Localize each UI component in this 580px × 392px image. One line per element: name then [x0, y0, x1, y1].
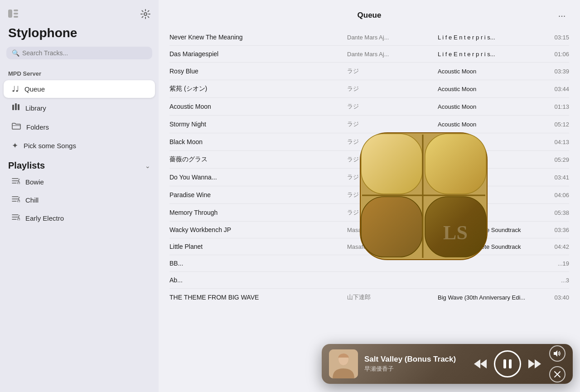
playlist-label-chill: Chill: [25, 196, 39, 204]
track-duration: 04:13: [537, 139, 569, 145]
track-artist: Dante Mars Aj...: [347, 51, 438, 58]
track-name: 紫苑 (シオン): [169, 85, 347, 93]
track-album: Big Wave (30th Anniversary Edi...: [438, 294, 537, 301]
sidebar: Stylophone 🔍 MPD Server ♩♩ Queue Library…: [0, 0, 159, 392]
table-row[interactable]: Ab... ...3: [162, 272, 576, 288]
now-playing-title: Salt Valley (Bonus Track): [364, 355, 464, 364]
svg-point-11: [18, 182, 20, 184]
track-album: L i f e E n t e r p r i s...: [438, 51, 537, 58]
table-row[interactable]: Do You Wanna... ラジ Acoustic Moon 03:41: [162, 169, 576, 186]
mpd-server-label: MPD Server: [0, 70, 159, 80]
table-row[interactable]: THE THEME FROM BIG WAVE 山下達郎 Big Wave (3…: [162, 289, 576, 306]
track-name: Paradise Wine: [169, 191, 347, 198]
svg-rect-42: [509, 359, 512, 368]
table-row[interactable]: Acoustic Moon ラジ Acoustic Moon 01:13: [162, 98, 576, 115]
sidebar-item-folders[interactable]: Folders: [4, 118, 155, 136]
playlists-header: Playlists ⌄: [0, 155, 159, 173]
table-row[interactable]: Paradise Wine ラジ Acoustic Moon 04:06: [162, 186, 576, 203]
volume-button[interactable]: [549, 345, 566, 362]
table-row[interactable]: Memory Through ラジ Acoustic Moon 05:38: [162, 204, 576, 221]
svg-marker-43: [528, 359, 535, 368]
track-album: Acoustic Moon: [438, 156, 537, 163]
sidebar-item-pick[interactable]: ✦ Pick some Songs: [4, 137, 155, 155]
track-name: Acoustic Moon: [169, 103, 347, 110]
queue-icon: ♩♩: [12, 84, 19, 94]
svg-marker-45: [554, 350, 557, 357]
svg-line-19: [19, 197, 20, 198]
track-name: Ab...: [169, 276, 347, 284]
track-album: Acoustic Moon: [438, 121, 537, 128]
playlist-item-early-electro[interactable]: Early Electro: [4, 209, 155, 227]
sidebar-item-library[interactable]: Library: [4, 99, 155, 117]
previous-button[interactable]: [473, 358, 488, 369]
svg-rect-41: [503, 359, 506, 368]
track-name: 薔薇のグラス: [169, 155, 347, 164]
track-artist: Dante Mars Aj...: [347, 34, 438, 41]
track-artist: Masafumi Ogata: [347, 243, 438, 250]
table-row[interactable]: Stormy Night ラジ Acoustic Moon 05:12: [162, 116, 576, 133]
table-row[interactable]: BB... ...19: [162, 255, 576, 271]
sidebar-toggle-button[interactable]: [8, 9, 18, 20]
playlist-icon-early-electro: [12, 214, 20, 222]
sidebar-top-icons: [0, 7, 159, 26]
svg-rect-0: [8, 10, 12, 18]
track-album: L i f e E n t e r p r i s...: [438, 34, 537, 41]
table-row[interactable]: Little Planet Masafumi Ogata Sonic CD Co…: [162, 238, 576, 255]
track-album: Acoustic Moon: [438, 139, 537, 145]
svg-rect-38: [329, 349, 358, 378]
table-row[interactable]: 薔薇のグラス ラジ Acoustic Moon 05:29: [162, 151, 576, 168]
playlist-item-chill[interactable]: Chill: [4, 191, 155, 208]
playlist-label-bowie: Bowie: [25, 178, 44, 186]
library-label: Library: [25, 104, 46, 112]
now-playing-info: Salt Valley (Bonus Track) 早瀬優香子: [364, 355, 464, 373]
svg-line-13: [19, 179, 20, 179]
track-album: Acoustic Moon: [438, 174, 537, 181]
playlist-icon-chill: [12, 196, 20, 204]
track-duration: 01:06: [537, 51, 569, 58]
folders-icon: [12, 122, 21, 132]
close-button[interactable]: [549, 366, 566, 382]
table-row[interactable]: Rosy Blue ラジ Acoustic Moon 03:39: [162, 63, 576, 80]
track-name: Do You Wanna...: [169, 174, 347, 181]
now-playing-artist: 早瀬優香子: [364, 365, 464, 373]
svg-point-4: [144, 13, 147, 15]
app-title: Stylophone: [0, 26, 159, 47]
track-duration: 03:15: [537, 34, 569, 41]
main-content: Queue ··· Never Knew The Meaning Dante M…: [159, 0, 580, 392]
playlist-item-bowie[interactable]: Bowie: [4, 173, 155, 190]
svg-marker-39: [474, 359, 480, 368]
track-artist: ラジ: [347, 173, 438, 181]
track-duration: ...3: [537, 277, 569, 284]
svg-point-17: [18, 200, 20, 203]
table-row[interactable]: Never Knew The Meaning Dante Mars Aj... …: [162, 29, 576, 45]
track-name: Stormy Night: [169, 121, 347, 128]
search-icon: 🔍: [12, 49, 19, 57]
album-art: [329, 349, 358, 378]
table-row[interactable]: Wacky Workbench JP Masafumi Ogata Sonic …: [162, 222, 576, 238]
search-input[interactable]: [22, 49, 147, 57]
more-options-button[interactable]: ···: [555, 8, 569, 23]
search-bar[interactable]: 🔍: [6, 47, 152, 59]
track-album: Acoustic Moon: [438, 86, 537, 92]
track-artist: ラジ: [347, 120, 438, 128]
track-name: Little Planet: [169, 243, 347, 250]
track-album: Acoustic Moon: [438, 192, 537, 198]
svg-rect-3: [14, 16, 18, 18]
sidebar-item-queue[interactable]: ♩♩ Queue: [4, 80, 155, 98]
svg-rect-7: [18, 104, 19, 110]
svg-line-25: [19, 215, 20, 216]
track-album: Sonic CD Complete Soundtrack: [438, 243, 537, 250]
play-pause-button[interactable]: [494, 350, 521, 377]
next-button[interactable]: [527, 358, 542, 369]
svg-rect-2: [14, 13, 18, 15]
table-row[interactable]: 紫苑 (シオン) ラジ Acoustic Moon 03:44: [162, 80, 576, 97]
track-duration: 03:36: [537, 227, 569, 233]
settings-button[interactable]: [140, 9, 150, 20]
track-name: Das Mariagespiel: [169, 50, 347, 58]
chevron-down-icon[interactable]: ⌄: [145, 162, 150, 169]
svg-rect-5: [12, 105, 14, 110]
track-duration: 03:41: [537, 174, 569, 181]
track-artist: ラジ: [347, 208, 438, 217]
table-row[interactable]: Black Moon ラジ Acoustic Moon 04:13: [162, 133, 576, 150]
table-row[interactable]: Das Mariagespiel Dante Mars Aj... L i f …: [162, 46, 576, 62]
